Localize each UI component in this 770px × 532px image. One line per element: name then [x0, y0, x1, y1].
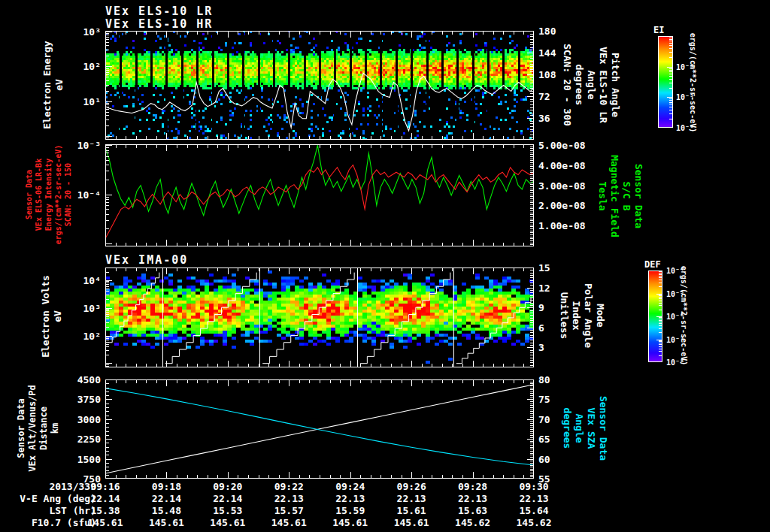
table-value-cell: 22.13 [504, 493, 564, 504]
els-colorbar [658, 36, 673, 128]
axis-tick-label-p3_left: 10⁴ [83, 274, 101, 286]
table-value-cell: 22.13 [381, 493, 441, 504]
axis-label-p3_right-line0: Unitless [559, 292, 570, 340]
panel1-title-line2: VEx ELS-10 HR [105, 17, 213, 31]
axis-tick-label-p4_left: 2250 [77, 434, 101, 445]
table-value-cell: 22.13 [320, 493, 380, 504]
table-value-cell: 145.62 [443, 517, 503, 528]
intensity-bfield-canvas [105, 144, 534, 246]
axis-tick-label-p4_right: 75 [538, 394, 550, 405]
axis-tick-label-p3_right: 3 [538, 342, 544, 353]
time-tick-label: 09:18 [152, 481, 181, 492]
time-tick-label: 09:26 [397, 481, 426, 492]
axis-label-p4_left-line1: VEx Alt/Venus/Pd [27, 385, 38, 472]
colorbar-tick-label: 10⁻⁵ [676, 93, 694, 101]
table-value-cell: 145.61 [259, 517, 319, 528]
axis-label-p4_left-line3: km [50, 423, 60, 434]
colorbar-tick-label: 10⁻⁴ [676, 62, 694, 71]
axis-tick-label-p3_right: 9 [538, 302, 544, 313]
axis-label-p3_right-line3: Mode [595, 304, 606, 327]
axis-tick-label-p3_right: 15 [538, 262, 550, 274]
axis-tick-label-p1_left: 10³ [83, 26, 101, 37]
axis-tick-label-p1_right: 72 [538, 91, 550, 102]
table-value-cell: 15.53 [198, 505, 258, 516]
axis-tick-label-p2_right: 2.00e-08 [538, 200, 586, 211]
table-value-cell: 22.14 [75, 493, 135, 504]
axis-label-p2_left-line3: ergs/(cm**2-sr-sec-eV) [54, 145, 62, 244]
axis-label-p1_right-line3: VEx ELS-10 LR [598, 47, 609, 123]
axis-label-p3_left-line0: Electron Volts [40, 275, 51, 358]
axis-label-p3_right-line1: Index [571, 301, 582, 330]
els-colorbar-title: EI [653, 25, 664, 35]
table-value-cell: 145.61 [75, 517, 135, 528]
els-colorbar-units: ergs/(cm**2-sr-sec-eV) [689, 33, 697, 132]
table-value-cell: 15.38 [75, 505, 135, 516]
time-tick-label: 09:28 [458, 481, 487, 492]
axis-label-p4_right-line0: degrees [562, 408, 573, 449]
axis-label-p2_right-line2: S/C B [621, 181, 632, 210]
axis-label-p3_right-line2: Polar Angle [583, 283, 594, 348]
panel3-title: VEx IMA-00 [105, 253, 188, 267]
table-value-cell: 15.61 [381, 505, 441, 516]
axis-label-p2_left-line1: VEx ELS-06 LR-Bk [35, 159, 43, 231]
axis-label-p1_left-line0: Electron Energy [41, 41, 53, 128]
axis-tick-label-p2_left: 10⁻⁴ [77, 189, 101, 200]
axis-tick-label-p4_left: 1500 [77, 453, 101, 464]
axis-tick-label-p3_right: 6 [538, 322, 544, 333]
colorbar-tick-label: 10⁻⁶ [666, 313, 684, 321]
axis-tick-label-p2_left: 10⁻³ [77, 140, 101, 151]
axis-tick-label-p1_right: 144 [538, 47, 556, 59]
axis-label-p1_left-line1: eV [53, 79, 65, 91]
axis-tick-label-p1_right: 180 [538, 26, 556, 37]
axis-label-p4_left-line0: Sensor Data [16, 398, 26, 458]
ima-colorbar [648, 271, 662, 362]
colorbar-tick-label: 10⁻⁸ [666, 358, 684, 367]
vex-quicklook-plot: VEx ELS-10 LR VEx ELS-10 HR VEx IMA-00 E… [0, 0, 770, 532]
axis-label-p4_right-line3: Sensor Data [598, 396, 609, 461]
colorbar-tick-label: 10⁻⁴ [666, 267, 684, 275]
time-tick-label: 09:22 [274, 481, 304, 492]
table-value-cell: 22.14 [136, 493, 196, 504]
axis-tick-label-p1_right: 108 [538, 69, 556, 80]
colorbar-tick-label: 10⁻⁷ [666, 335, 684, 343]
table-value-cell: 22.13 [259, 493, 319, 504]
axis-label-p1_right-line1: degrees [574, 65, 585, 106]
table-value-cell: 145.62 [504, 517, 564, 528]
axis-tick-label-p4_right: 70 [538, 413, 550, 425]
axis-tick-label-p2_right: 1.00e-08 [538, 220, 586, 231]
table-value-cell: 15.57 [259, 505, 319, 516]
panel1-title-line1: VEx ELS-10 LR [105, 5, 213, 18]
axis-label-p4_right-line2: VEx SZA [586, 408, 597, 449]
colorbar-tick-label: 10⁻⁶ [676, 124, 694, 132]
table-value-cell: 22.13 [443, 493, 503, 504]
axis-label-p3_left-line1: eV [52, 310, 63, 322]
axis-label-p4_right-line1: Angle [574, 413, 585, 443]
axis-label-p2_right-line1: Magnetic Field [609, 155, 620, 237]
axis-tick-label-p1_right: 36 [538, 113, 550, 124]
table-value-cell: 145.61 [136, 517, 196, 528]
table-value-cell: 22.14 [198, 493, 258, 504]
axis-label-p1_right-line4: Pitch Angle [610, 53, 621, 117]
table-value-cell: 15.64 [504, 505, 564, 516]
axis-tick-label-p4_left: 3750 [77, 394, 101, 405]
axis-tick-label-p4_right: 80 [538, 374, 550, 385]
table-value-cell: 15.59 [320, 505, 380, 516]
axis-label-p4_left-line2: Distance [38, 407, 49, 450]
axis-tick-label-p4_left: 3000 [77, 413, 101, 425]
axis-tick-label-p2_right: 5.00e-08 [538, 140, 586, 151]
time-tick-label: 09:24 [335, 481, 365, 492]
time-tick-label: 09:30 [519, 481, 548, 492]
axis-tick-label-p3_left: 10² [83, 330, 101, 341]
axis-label-p2_right-line0: Tesla [597, 181, 608, 210]
axis-tick-label-p1_left: 10¹ [83, 95, 101, 107]
table-row-label: 2013/339 [0, 481, 96, 492]
axis-tick-label-p3_right: 12 [538, 282, 550, 293]
axis-label-p1_right-line0: SCAN: 20 - 300 [562, 44, 573, 126]
table-value-cell: 145.61 [320, 517, 380, 528]
axis-label-p1_right-line2: Angle [586, 70, 597, 99]
table-value-cell: 145.61 [381, 517, 441, 528]
ima-colorbar-title: DEF [644, 259, 661, 270]
ima-spectrogram-canvas [105, 268, 534, 367]
axis-label-p2_left-line2: Energy Intensity [44, 159, 53, 231]
axis-tick-label-p3_left: 10³ [83, 302, 101, 313]
